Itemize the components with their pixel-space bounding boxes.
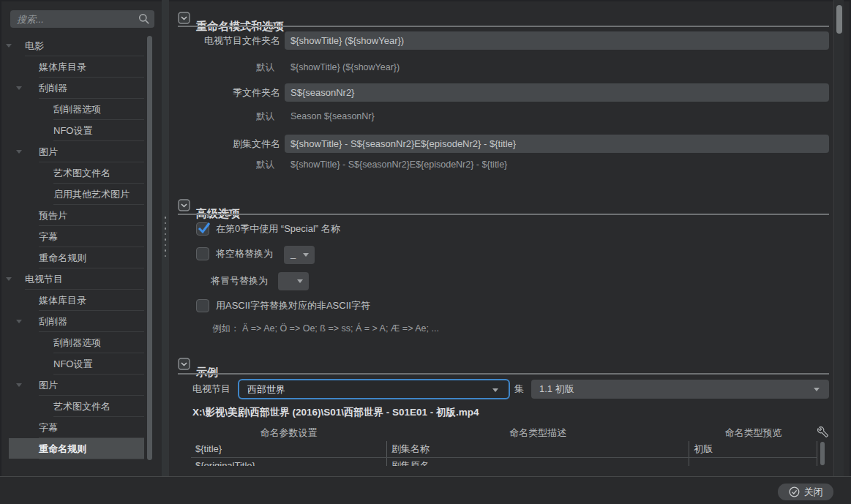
tree-item-label: 电影 [25, 40, 44, 51]
default-value: ${showTitle} - S${seasonNr2}E${episodeNr… [290, 159, 507, 170]
tree-item-label: 刮削器 [39, 316, 67, 327]
splitter-dots-icon [165, 217, 167, 257]
tree-item[interactable]: 预告片 [0, 205, 146, 226]
ascii-replace-label: 用ASCII字符替换对应的非ASCII字符 [216, 299, 370, 312]
section-divider [178, 26, 829, 27]
pattern-input[interactable]: S${seasonNr2} [285, 83, 829, 102]
replace-space-label: 将空格替换为 [216, 247, 273, 260]
section-collapse-icon[interactable] [178, 199, 190, 211]
tree-item[interactable]: 图片 [0, 375, 146, 396]
tree-item[interactable]: 艺术图文件名 [0, 396, 146, 417]
ascii-hint: 例如： Ä => Ae; Ö => Oe; ß => ss; Á = > A; … [212, 323, 439, 335]
settings-window: { "window": { "bg": "#2a2b2d", "accent_b… [0, 0, 851, 504]
pattern-input[interactable]: ${showTitle} - S${seasonNr2}E${episodeNr… [285, 135, 829, 153]
expand-arrow-icon[interactable] [6, 277, 12, 281]
tree-item[interactable]: 媒体库目录 [0, 56, 146, 78]
ascii-replace-checkbox-row[interactable]: 用ASCII字符替换对应的非ASCII字符 [196, 298, 370, 312]
checkbox-unchecked-icon[interactable] [196, 299, 209, 312]
tree-item[interactable]: 重命名规则 [0, 247, 146, 268]
replace-space-checkbox-row[interactable]: 将空格替换为 [196, 247, 273, 260]
tree-item[interactable]: 图片 [0, 141, 146, 162]
default-label: 默认 [170, 110, 274, 122]
tree-item[interactable]: 启用其他艺术图片 [0, 184, 146, 205]
table-row[interactable]: ${originalTitle}剧集原名 [191, 458, 817, 466]
expand-arrow-icon[interactable] [6, 44, 12, 48]
table-column-header: 命名类型描述 [386, 426, 689, 441]
example-result-path: X:\影视\美剧\西部世界 (2016)\S01\西部世界 - S01E01 -… [192, 406, 479, 419]
tree-item[interactable]: 字幕 [0, 226, 146, 247]
chevron-down-icon [492, 388, 498, 392]
close-button-label: 关闭 [804, 486, 823, 499]
footer-bar: 关闭 [0, 476, 851, 504]
table-cell: 剧集原名 [386, 458, 689, 466]
table-scrollbar[interactable] [820, 442, 825, 465]
sidebar-scrollbar[interactable] [147, 36, 152, 460]
tree-item[interactable]: 刮削器选项 [0, 332, 146, 353]
tree-item-label: 艺术图文件名 [53, 401, 110, 412]
space-replacement-select[interactable]: _ [284, 246, 315, 264]
table-column-header: 命名类型预览 [689, 426, 817, 441]
settings-tree: 电影媒体库目录刮削器刮削器选项NFO设置图片艺术图文件名启用其他艺术图片预告片字… [0, 35, 146, 466]
tree-item[interactable]: 媒体库目录 [0, 290, 146, 311]
tree-item-label: 刮削器选项 [53, 337, 101, 348]
section-divider [178, 214, 829, 215]
tree-item[interactable]: 刮削器选项 [0, 99, 146, 120]
expand-arrow-icon[interactable] [16, 320, 22, 323]
tree-item-label: 电视节目 [25, 274, 63, 285]
wrench-icon[interactable] [817, 426, 828, 437]
default-value: ${showTitle} (${showYear}) [290, 61, 400, 73]
tree-item-label: NFO设置 [53, 125, 92, 136]
colon-replacement-select[interactable] [278, 272, 309, 290]
expand-arrow-icon[interactable] [16, 86, 22, 90]
expand-arrow-icon[interactable] [16, 150, 22, 154]
chevron-down-icon [297, 279, 303, 283]
tree-item[interactable]: 电视节目 [0, 268, 146, 290]
settings-content: 重命名模式和选项 电视节目文件夹名${showTitle} (${showYea… [170, 0, 829, 466]
space-replacement-value: _ [290, 248, 296, 259]
splitter-handle[interactable] [162, 0, 169, 476]
content-scrollbar-thumb[interactable] [836, 5, 842, 34]
tree-item-label: 启用其他艺术图片 [53, 189, 130, 200]
tree-item-label: 媒体库目录 [39, 61, 86, 72]
content-scrollbar[interactable] [833, 0, 844, 476]
tree-item-label: NFO设置 [53, 358, 92, 369]
tree-item-label: 重命名规则 [39, 252, 86, 263]
tree-item-label: 媒体库目录 [39, 295, 86, 306]
default-label: 默认 [170, 61, 274, 73]
search-icon [138, 13, 150, 25]
example-show-value: 西部世界 [247, 383, 285, 396]
tree-item-label: 艺术图文件名 [53, 168, 110, 178]
tree-item[interactable]: NFO设置 [0, 353, 146, 375]
special-season-checkbox-row[interactable]: 在第0季中使用 “Special” 名称 [196, 222, 340, 236]
tree-item[interactable]: 电影 [0, 35, 146, 56]
token-table-body: ${title}剧集名称初版${originalTitle}剧集原名 [191, 441, 817, 466]
tree-item-label: 图片 [39, 146, 58, 157]
tree-item[interactable]: 刮削器 [0, 311, 146, 332]
section-collapse-icon[interactable] [178, 358, 190, 370]
tree-item[interactable]: 重命名规则 [0, 438, 146, 459]
pattern-input[interactable]: ${showTitle} (${showYear}) [285, 31, 829, 50]
tree-item[interactable]: 艺术图文件名 [0, 162, 146, 184]
special-season-label: 在第0季中使用 “Special” 名称 [216, 222, 340, 236]
example-show-label: 电视节目 [192, 379, 230, 399]
expand-arrow-icon[interactable] [16, 383, 22, 387]
tree-item-label: 预告片 [39, 210, 67, 221]
example-episode-select[interactable]: 1.1 初版 [531, 380, 829, 399]
tree-item[interactable]: 字幕 [0, 417, 146, 438]
section-collapse-icon[interactable] [178, 12, 190, 24]
token-table-header: 命名参数设置命名类型描述命名类型预览 [191, 426, 817, 441]
search-input[interactable]: 搜索... [10, 10, 154, 28]
checkbox-unchecked-icon[interactable] [196, 247, 209, 260]
example-show-select[interactable]: 西部世界 [238, 379, 510, 399]
default-value: Season ${seasonNr} [290, 110, 375, 122]
tree-item-label: 刮削器 [39, 83, 67, 94]
table-row[interactable]: ${title}剧集名称初版 [191, 441, 817, 458]
tree-item[interactable]: 刮削器 [0, 78, 146, 99]
check-circle-icon [789, 486, 800, 497]
checkbox-checked-icon[interactable] [196, 222, 209, 236]
close-button[interactable]: 关闭 [778, 484, 833, 500]
tree-item-label: 图片 [39, 380, 58, 391]
tree-item-label: 字幕 [39, 422, 58, 433]
tree-item[interactable]: NFO设置 [0, 120, 146, 141]
example-episode-label: 集 [514, 379, 524, 399]
